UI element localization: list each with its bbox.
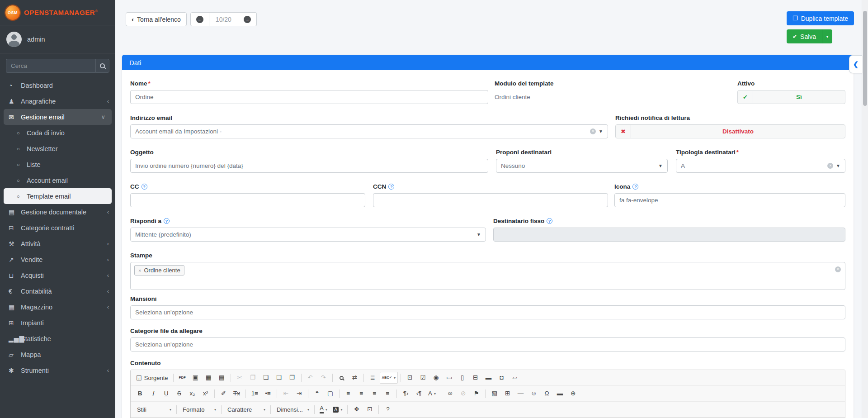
sidebar-item-magazzino[interactable]: ▦Magazzino‹ (0, 299, 115, 315)
help-icon[interactable]: ? (388, 184, 394, 190)
unlink-button[interactable]: ⊘ (457, 388, 469, 399)
nome-input[interactable] (130, 90, 488, 104)
text-field-button[interactable]: ▭ (443, 372, 455, 384)
notifica-toggle[interactable]: ✖ Disattivato (615, 124, 845, 138)
tipologia-select[interactable]: A × ▼ (676, 159, 845, 173)
strikethrough-button[interactable]: S (173, 388, 185, 399)
source-button[interactable]: ◲Sorgente (134, 372, 170, 384)
ccn-input[interactable] (373, 193, 608, 207)
textarea-button[interactable]: ▯ (456, 372, 468, 384)
indirizzo-email-select[interactable]: Account email da Impostazioni - × ▼ (130, 124, 608, 138)
bidi-ltr-button[interactable]: ¶› (400, 388, 412, 399)
help-icon[interactable]: ? (547, 218, 552, 224)
sidebar-item-coda-di-invio[interactable]: ○Coda di invio (0, 125, 115, 141)
sidebar-item-categorie-contratti[interactable]: ⊟Categorie contratti (0, 220, 115, 236)
stampe-multiselect[interactable]: × Ordine cliente × (130, 262, 845, 290)
numbered-list-button[interactable]: 1≡ (249, 388, 261, 399)
sidebar-item-account-email[interactable]: ○Account email (0, 172, 115, 188)
brand[interactable]: OSM OpenSTAManager® (0, 0, 115, 25)
text-color-button[interactable]: A▾ (317, 404, 330, 415)
redo-button[interactable]: ↷ (317, 372, 330, 384)
collapse-panel-button[interactable]: ❮ (849, 55, 862, 73)
search-button[interactable] (95, 59, 109, 73)
sidebar-item-contabilit-[interactable]: €Contabilità‹ (0, 283, 115, 299)
align-center-button[interactable]: ≡ (355, 388, 368, 399)
oggetto-input[interactable] (130, 159, 488, 173)
anchor-button[interactable]: ⚑ (470, 388, 482, 399)
language-button[interactable]: A▾ (426, 388, 438, 399)
page-break-button[interactable]: ▬ (554, 388, 566, 399)
sidebar-item-statistiche[interactable]: ▂▅▇Statistiche (0, 331, 115, 347)
find-button[interactable] (335, 372, 348, 384)
sidebar-item-acquisti[interactable]: ⊔Acquisti‹ (0, 267, 115, 283)
align-left-button[interactable]: ≡ (342, 388, 354, 399)
next-record-button[interactable]: → (238, 12, 257, 26)
horizontal-rule-button[interactable]: — (514, 388, 527, 399)
remove-tag-icon[interactable]: × (138, 268, 141, 273)
special-char-button[interactable]: Ω (541, 388, 553, 399)
save-dropdown-toggle[interactable]: ▾ (822, 29, 832, 43)
size-combo[interactable]: Dimensi...▾ (274, 404, 311, 415)
image-button[interactable]: ▧ (488, 388, 500, 399)
paste-button[interactable]: ❏ (260, 372, 272, 384)
sidebar-item-gestione-email[interactable]: ✉Gestione email∨ (4, 109, 112, 125)
rispondi-select[interactable]: Mittente (predefinito) ▼ (130, 228, 486, 242)
outdent-button[interactable]: ⇤ (280, 388, 292, 399)
help-icon[interactable]: ? (632, 184, 638, 190)
maximize-button[interactable]: ✥ (350, 404, 363, 415)
preview-button[interactable]: ▣ (189, 372, 202, 384)
clear-icon[interactable]: × (835, 266, 841, 272)
copy-formatting-button[interactable]: ✐ (217, 388, 230, 399)
save-button[interactable]: ✔ Salva (787, 29, 822, 43)
show-blocks-button[interactable]: ⊡ (363, 404, 376, 415)
categorie-select[interactable] (130, 337, 845, 352)
hidden-field-button[interactable]: ▱ (509, 372, 521, 384)
cut-button[interactable]: ✂ (234, 372, 246, 384)
bold-button[interactable]: B (134, 388, 146, 399)
table-button[interactable]: ⊞ (501, 388, 514, 399)
templates-button[interactable]: ▤ (216, 372, 228, 384)
subscript-button[interactable]: x₂ (186, 388, 198, 399)
div-container-button[interactable]: ▢ (324, 388, 336, 399)
image-button-button[interactable]: ◘ (495, 372, 508, 384)
align-justify-button[interactable]: ≡ (382, 388, 394, 399)
italic-button[interactable]: I (147, 388, 159, 399)
bulleted-list-button[interactable]: •≡ (262, 388, 274, 399)
radio-button[interactable]: ◉ (430, 372, 442, 384)
paste-text-button[interactable]: ❑ (273, 372, 285, 384)
styles-combo[interactable]: Stili▾ (134, 404, 174, 415)
clear-icon[interactable]: × (827, 163, 833, 169)
sidebar-item-attivit-[interactable]: ⚒Attività‹ (0, 236, 115, 252)
undo-button[interactable]: ↶ (304, 372, 316, 384)
spellcheck-button[interactable]: ABC✓▾ (380, 372, 398, 384)
font-combo[interactable]: Carattere▾ (224, 404, 268, 415)
prev-record-button[interactable]: ← (190, 12, 209, 26)
underline-button[interactable]: U (160, 388, 172, 399)
checkbox-button[interactable]: ☑ (417, 372, 429, 384)
push-button-button[interactable]: ▬ (482, 372, 495, 384)
sidebar-item-liste[interactable]: ○Liste (0, 157, 115, 172)
bg-color-button[interactable]: A▾ (330, 404, 344, 415)
form-button[interactable]: ⊡ (404, 372, 416, 384)
paste-word-button[interactable]: ❒ (286, 372, 298, 384)
sidebar-item-strumenti[interactable]: ✱Strumenti‹ (0, 362, 115, 378)
scrollbar-thumb[interactable] (863, 11, 867, 106)
attivo-toggle[interactable]: ✔ Sì (737, 90, 845, 104)
sidebar-item-newsletter[interactable]: ○Newsletter (0, 141, 115, 157)
clear-icon[interactable]: × (590, 128, 596, 134)
export-pdf-button[interactable]: PDF (176, 372, 189, 384)
link-button[interactable]: ∞ (444, 388, 456, 399)
sidebar-item-anagrafiche[interactable]: ♟Anagrafiche‹ (0, 93, 115, 109)
copy-button[interactable]: ❐ (247, 372, 259, 384)
sidebar-item-dashboard[interactable]: ◔Dashboard (0, 77, 115, 93)
help-icon[interactable]: ? (142, 184, 147, 190)
search-input[interactable] (6, 59, 95, 73)
duplicate-template-button[interactable]: ❐ Duplica template (787, 11, 854, 25)
align-right-button[interactable]: ≡ (368, 388, 381, 399)
print-button[interactable]: ▦ (203, 372, 215, 384)
format-combo[interactable]: Formato▾ (179, 404, 218, 415)
blockquote-button[interactable]: ❝ (311, 388, 323, 399)
cc-input[interactable] (130, 193, 365, 207)
sidebar-item-template-email[interactable]: ○Template email (4, 188, 112, 204)
back-to-list-button[interactable]: ‹ Torna all'elenco (126, 12, 187, 26)
